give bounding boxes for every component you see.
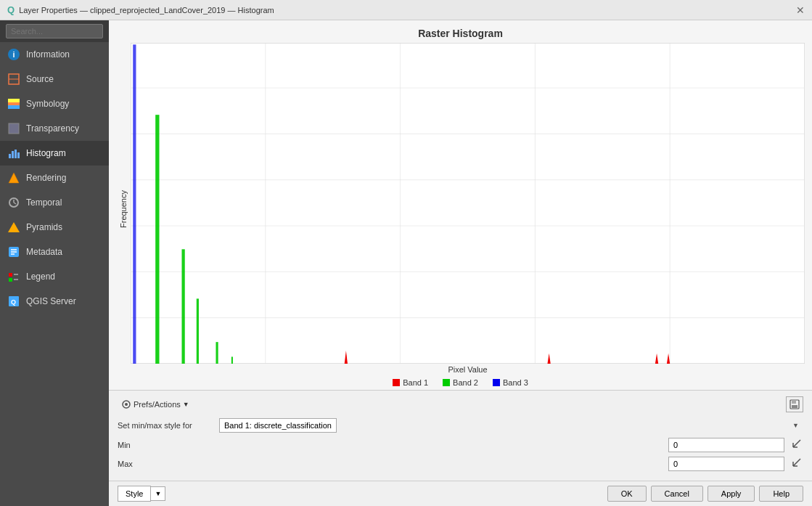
search-input[interactable] bbox=[6, 24, 103, 38]
svg-rect-56 bbox=[231, 356, 233, 364]
qgis-icon: Q bbox=[7, 295, 20, 308]
bottom-panel: Prefs/Actions ▼ Set min/max style for Ba… bbox=[109, 390, 812, 481]
prefs-actions-button[interactable]: Prefs/Actions ▼ bbox=[118, 397, 193, 412]
svg-rect-6 bbox=[9, 154, 11, 158]
help-button[interactable]: Help bbox=[759, 486, 803, 502]
sidebar-item-pyramids[interactable]: Pyramids bbox=[0, 215, 109, 240]
svg-rect-4 bbox=[8, 105, 20, 109]
legend-band3-color bbox=[493, 379, 500, 386]
apply-max-icon bbox=[790, 456, 803, 469]
sidebar-item-metadata[interactable]: Metadata bbox=[0, 240, 109, 264]
svg-rect-5 bbox=[9, 123, 19, 134]
max-input[interactable] bbox=[668, 457, 784, 471]
close-button[interactable]: ✕ bbox=[796, 4, 805, 16]
sidebar-item-qgis-server[interactable]: Q QGIS Server bbox=[0, 289, 109, 314]
set-minmax-label: Set min/max style for bbox=[118, 421, 219, 430]
svg-marker-14 bbox=[8, 222, 20, 232]
svg-rect-9 bbox=[17, 152, 20, 158]
svg-rect-25 bbox=[131, 43, 805, 364]
svg-rect-66 bbox=[792, 400, 796, 404]
cancel-button[interactable]: Cancel bbox=[651, 486, 703, 502]
svg-rect-53 bbox=[181, 249, 184, 364]
save-histogram-button[interactable] bbox=[786, 396, 803, 412]
info-icon: i bbox=[7, 48, 20, 61]
ok-button[interactable]: OK bbox=[607, 486, 647, 502]
legend-band3: Band 3 bbox=[493, 378, 528, 387]
min-label: Min bbox=[118, 441, 219, 449]
save-icon bbox=[790, 399, 800, 409]
min-row: Min bbox=[118, 437, 803, 453]
app-icon: Q bbox=[7, 4, 15, 15]
x-axis-label: Pixel Value bbox=[131, 364, 805, 375]
chart-legend: Band 1 Band 2 Band 3 bbox=[116, 375, 805, 390]
content-area: Raster Histogram Frequency bbox=[109, 20, 812, 506]
sidebar-item-transparency[interactable]: Transparency bbox=[0, 116, 109, 141]
rendering-icon bbox=[7, 171, 20, 184]
sidebar-item-symbology[interactable]: Symbology bbox=[0, 91, 109, 116]
apply-max-button[interactable] bbox=[790, 456, 803, 472]
histogram-icon bbox=[7, 147, 20, 160]
temporal-icon bbox=[7, 196, 20, 209]
transparency-icon bbox=[7, 122, 20, 135]
min-input[interactable] bbox=[668, 438, 784, 452]
y-axis-label: Frequency bbox=[116, 43, 131, 375]
svg-rect-52 bbox=[155, 115, 159, 364]
min-max-band-row: Set min/max style for Band 1: discrete_c… bbox=[118, 418, 803, 433]
sidebar-item-rendering[interactable]: Rendering bbox=[0, 166, 109, 190]
svg-line-13 bbox=[14, 203, 16, 204]
footer-buttons: OK Cancel Apply Help bbox=[607, 486, 803, 502]
sidebar-item-temporal[interactable]: Temporal bbox=[0, 190, 109, 215]
max-row: Max bbox=[118, 456, 803, 472]
window-title: Layer Properties — clipped_reprojected_L… bbox=[19, 6, 274, 15]
chart-title: Raster Histogram bbox=[116, 28, 805, 39]
search-box[interactable] bbox=[0, 20, 109, 42]
svg-rect-2 bbox=[8, 99, 20, 102]
svg-rect-54 bbox=[197, 298, 199, 364]
apply-button[interactable]: Apply bbox=[708, 486, 755, 502]
svg-marker-10 bbox=[9, 173, 19, 183]
band-select[interactable]: Band 1: discrete_classification bbox=[219, 418, 337, 433]
apply-min-icon bbox=[790, 437, 803, 450]
style-dropdown-button[interactable]: ▼ bbox=[151, 486, 165, 501]
sidebar-item-legend[interactable]: Legend bbox=[0, 264, 109, 289]
svg-rect-3 bbox=[8, 102, 20, 105]
svg-rect-67 bbox=[792, 405, 797, 408]
apply-min-button[interactable] bbox=[790, 437, 803, 453]
sidebar-item-histogram[interactable]: Histogram bbox=[0, 141, 109, 166]
svg-rect-47 bbox=[133, 44, 136, 364]
sidebar-item-information[interactable]: i Information bbox=[0, 42, 109, 67]
histogram-chart: 0 50000 100000 150000 200000 250000 3000… bbox=[131, 43, 805, 364]
svg-rect-20 bbox=[9, 278, 12, 282]
source-icon bbox=[7, 73, 20, 86]
chart-area: Raster Histogram Frequency bbox=[109, 20, 812, 390]
svg-rect-55 bbox=[216, 342, 218, 364]
svg-rect-19 bbox=[9, 273, 12, 277]
legend-band1: Band 1 bbox=[393, 378, 428, 387]
sidebar: i Information Source Symbology Transpare… bbox=[0, 20, 109, 506]
pyramids-icon bbox=[7, 221, 20, 234]
symbology-icon bbox=[7, 97, 20, 110]
legend-icon bbox=[7, 270, 20, 283]
svg-point-64 bbox=[125, 403, 128, 406]
title-bar: Q Layer Properties — clipped_reprojected… bbox=[0, 0, 812, 20]
style-button[interactable]: Style bbox=[118, 486, 151, 502]
svg-text:Q: Q bbox=[11, 298, 16, 306]
sidebar-item-source[interactable]: Source bbox=[0, 67, 109, 91]
legend-band2-color bbox=[443, 379, 450, 386]
max-label: Max bbox=[118, 460, 219, 468]
style-button-group: Style ▼ bbox=[118, 486, 165, 502]
svg-rect-8 bbox=[15, 150, 17, 158]
legend-band1-color bbox=[393, 379, 400, 386]
svg-rect-7 bbox=[12, 151, 14, 158]
band-select-wrapper[interactable]: Band 1: discrete_classification bbox=[219, 418, 803, 433]
prefs-actions-row: Prefs/Actions ▼ bbox=[118, 396, 803, 412]
footer-bar: Style ▼ OK Cancel Apply Help bbox=[109, 481, 812, 506]
legend-band2: Band 2 bbox=[443, 378, 478, 387]
metadata-icon bbox=[7, 245, 20, 258]
prefs-icon bbox=[121, 399, 131, 409]
